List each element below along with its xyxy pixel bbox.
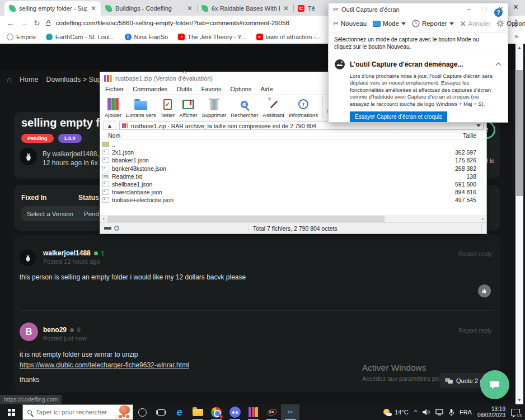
chevron-down-icon[interactable] <box>476 124 481 127</box>
report-reply-link[interactable]: Report reply <box>458 327 492 334</box>
table-row[interactable]: towerclanbase.json894 816 <box>100 188 486 196</box>
avatar[interactable] <box>20 250 36 266</box>
mode-button[interactable]: Mode <box>373 20 406 27</box>
tab-raidable-bases[interactable]: 6x Raidable Bases With Electricity ✕ <box>197 1 293 16</box>
help-icon[interactable]: ? <box>494 8 503 17</box>
table-row[interactable]: 2x1.json362 597 <box>100 148 486 156</box>
page-scrollbar[interactable]: ▲ ▼ <box>515 44 523 404</box>
table-row[interactable]: .. <box>100 141 486 148</box>
taskbar-search[interactable] <box>22 404 133 420</box>
like-button[interactable] <box>478 284 491 297</box>
breadcrumb-path[interactable]: Downloads > Sup <box>46 76 101 83</box>
avatar[interactable]: B <box>20 323 38 341</box>
discord-button[interactable] <box>226 404 244 420</box>
comment-author[interactable]: walkerjoel1488 <box>43 249 91 257</box>
up-directory-button[interactable]: ▲ <box>103 122 116 130</box>
tray-expand-icon[interactable]: ^ <box>414 409 417 416</box>
try-snip-sketch-button[interactable]: Essayer Capture d'écran et croquis <box>350 111 447 122</box>
menu-aide[interactable]: Aide <box>260 86 273 92</box>
breadcrumb-home[interactable]: Home <box>20 76 38 83</box>
tab-close-icon[interactable]: ✕ <box>187 4 193 12</box>
cortana-icon <box>138 408 147 417</box>
avatar[interactable] <box>20 148 37 165</box>
delete-button[interactable]: Supprimer <box>199 97 228 118</box>
winrar-button[interactable] <box>244 404 262 420</box>
status-badge: Pending <box>21 134 54 143</box>
bookmark-laws-of-attraction[interactable]: laws of attraction -... <box>256 34 321 40</box>
table-row[interactable]: Readme.txt138 <box>100 172 486 180</box>
start-button[interactable] <box>0 404 22 420</box>
bookmark-earthcam[interactable]: EarthCam - St. Loui... <box>46 34 115 40</box>
tab-selling-empty-folder[interactable]: selling empty folder - Support - C ✕ <box>4 1 101 16</box>
column-name[interactable]: Nom <box>100 132 396 139</box>
test-button[interactable]: ✓Tester <box>158 97 177 118</box>
comment-date: Posted just now <box>43 335 87 342</box>
delay-button[interactable]: Reporter <box>412 20 454 27</box>
snipping-tool-active-button[interactable]: ✂ <box>281 404 299 420</box>
horizontal-scrollbar[interactable]: ‹ › <box>100 215 486 222</box>
reload-icon[interactable]: ↻ <box>34 19 40 27</box>
report-reply-link[interactable]: Report reply <box>458 250 492 257</box>
search-input[interactable] <box>36 409 107 416</box>
info-button[interactable]: iInformations <box>287 97 320 118</box>
weather-widget[interactable]: 14°C <box>383 409 409 416</box>
scrollbar-thumb[interactable] <box>107 216 385 222</box>
task-view-button[interactable] <box>152 404 170 420</box>
bookmarks-overflow-icon[interactable]: » <box>514 32 518 40</box>
column-size[interactable]: Taille <box>396 131 486 139</box>
archive-path-combo[interactable]: rustbase1.zip - RAR archive, la taille n… <box>119 122 484 130</box>
chrome-button[interactable] <box>207 404 226 420</box>
snipping-tool-button[interactable]: ✂ <box>262 404 281 420</box>
add-button[interactable]: Ajouter <box>102 97 124 118</box>
tab-buildings[interactable]: Buildings - Codefling ✕ <box>101 1 197 16</box>
extract-to-button[interactable]: Extraire vers <box>124 97 158 118</box>
find-button[interactable]: Rechercher <box>228 97 260 118</box>
table-row[interactable]: triobase+electricite.json497 545 <box>100 196 486 204</box>
comment-author[interactable]: beno29 <box>43 326 67 334</box>
chat-fab-button[interactable] <box>480 370 509 399</box>
home-icon[interactable]: ⌂ <box>7 74 12 84</box>
edge-button[interactable]: e <box>170 404 189 420</box>
clock[interactable]: 13:19 08/02/2023 <box>477 406 505 419</box>
options-button[interactable]: Options <box>496 20 525 27</box>
url-input[interactable] <box>56 20 347 26</box>
new-snip-button[interactable]: ✂ Nouveau <box>333 20 367 27</box>
tab-title: Buildings - Codefling <box>115 5 184 12</box>
volume-icon[interactable] <box>423 409 430 416</box>
file-explorer-button[interactable] <box>189 404 207 420</box>
scroll-left-icon[interactable]: ‹ <box>100 216 107 222</box>
language-indicator[interactable]: FRA <box>460 409 472 416</box>
view-button[interactable]: Afficher <box>177 97 199 118</box>
scrollbar-thumb[interactable] <box>516 70 523 196</box>
menu-commandes[interactable]: Commandes <box>133 86 167 92</box>
back-icon[interactable]: ← <box>7 19 15 27</box>
bookmark-nina-fianso[interactable]: fNina FianSo <box>125 34 168 40</box>
maximize-icon[interactable]: ☐ <box>482 6 487 13</box>
cancel-button[interactable]: ✕ Annuler <box>460 20 491 27</box>
menu-favoris[interactable]: Favoris <box>201 86 222 92</box>
wizard-button[interactable]: Assistant <box>260 97 287 118</box>
https-lock-icon[interactable] <box>46 22 50 26</box>
table-row[interactable]: bqnker48kstone.json268 382 <box>100 165 486 172</box>
cortana-button[interactable] <box>133 404 152 420</box>
microphone-icon[interactable] <box>449 409 454 416</box>
table-row[interactable]: shellbase1.json591 500 <box>100 180 486 188</box>
network-icon[interactable] <box>435 409 443 416</box>
bookmark-jerk-theory[interactable]: The Jerk Theory - Y... <box>178 34 246 40</box>
winrar-download-link[interactable]: https://www.clubic.com/telecharger-fiche… <box>20 361 189 369</box>
minimize-icon[interactable]: ─ <box>467 6 471 13</box>
scroll-down-icon[interactable]: ▼ <box>515 396 523 404</box>
menu-fichier[interactable]: Fichier <box>105 86 124 92</box>
tab-close-icon[interactable]: ✕ <box>283 4 289 12</box>
tab-close-icon[interactable]: ✕ <box>91 4 96 12</box>
snip-titlebar[interactable]: ✂ Outil Capture d'écran ─ ☐ ✕ <box>329 3 508 16</box>
scroll-right-icon[interactable]: › <box>479 216 486 222</box>
menu-options[interactable]: Options <box>231 86 252 92</box>
table-row[interactable]: bbanker1.json175 826 <box>100 156 486 164</box>
scroll-up-icon[interactable]: ▲ <box>515 44 523 52</box>
bookmark-empire[interactable]: Empire <box>7 34 36 40</box>
forward-icon[interactable]: → <box>20 19 28 27</box>
action-center-icon[interactable]: 13 <box>511 409 520 416</box>
menu-outils[interactable]: Outils <box>176 86 192 92</box>
window-close-icon[interactable]: ✕ <box>513 3 519 11</box>
